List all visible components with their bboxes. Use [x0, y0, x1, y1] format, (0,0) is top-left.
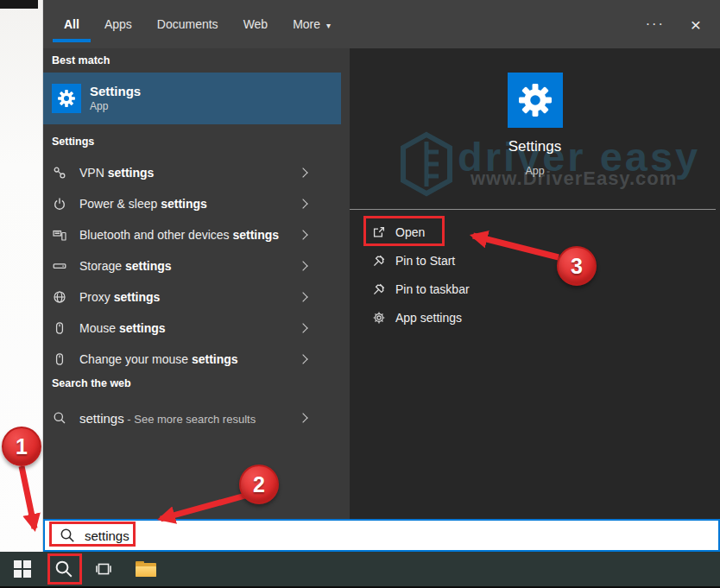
result-web-search[interactable]: settings - See more search results: [43, 402, 341, 433]
chevron-right-icon: [298, 413, 307, 422]
tab-web[interactable]: Web: [243, 17, 268, 31]
chevron-right-icon: [298, 168, 307, 177]
action-pin-to-taskbar[interactable]: Pin to taskbar: [350, 275, 720, 303]
result-label-bold: settings: [114, 290, 161, 304]
best-match-header: Best match: [43, 48, 350, 73]
annotation-step-1: 1: [2, 427, 41, 466]
annotation-box-taskbar-search: [47, 553, 82, 585]
gear-outline-icon: [371, 310, 386, 325]
mouse-icon: [52, 321, 66, 336]
action-pin-taskbar-label: Pin to taskbar: [395, 282, 470, 296]
devices-icon: [52, 228, 66, 243]
preview-app-subtitle: App: [350, 165, 720, 177]
mouse-icon: [52, 352, 66, 367]
tab-more[interactable]: More▾: [293, 17, 331, 31]
tab-apps-label: Apps: [104, 17, 132, 31]
annotation-step-2: 2: [239, 465, 279, 504]
taskbar: [0, 552, 720, 588]
result-storage-settings[interactable]: Storage settings: [43, 250, 341, 281]
globe-icon: [52, 290, 66, 305]
storage-icon: [52, 259, 66, 274]
step-number: 3: [571, 254, 583, 279]
pin-icon: [371, 281, 386, 296]
file-explorer-icon: [136, 561, 156, 577]
chevron-right-icon: [298, 354, 307, 364]
web-search-suffix: - See more search results: [124, 413, 256, 426]
tab-documents-label: Documents: [157, 17, 218, 31]
result-label-bold: settings: [119, 321, 166, 335]
pin-icon: [371, 253, 386, 268]
result-label: Bluetooth and other devices: [79, 228, 232, 242]
result-preview-pane: driver easy www.DriverEasy.com: [350, 48, 720, 519]
step-number: 1: [16, 434, 28, 459]
result-label-bold: settings: [232, 228, 279, 242]
search-icon: [52, 411, 66, 426]
file-explorer-button[interactable]: [129, 552, 162, 586]
annotation-step-3: 3: [557, 246, 597, 286]
chevron-right-icon: [298, 323, 307, 332]
search-results-column: Best match: [43, 48, 350, 519]
result-label-bold: settings: [192, 352, 238, 366]
tab-documents[interactable]: Documents: [157, 17, 218, 31]
background-window-edge: [0, 0, 38, 9]
vpn-icon: [52, 166, 66, 180]
chevron-right-icon: [298, 230, 307, 239]
result-label-bold: settings: [108, 166, 155, 180]
result-bluetooth-devices-settings[interactable]: Bluetooth and other devices settings: [43, 219, 341, 250]
screenshot-root: All Apps Documents Web More▾ ··· × Best …: [0, 0, 720, 588]
annotation-box-open: [363, 216, 445, 246]
chevron-down-icon: ▾: [326, 21, 331, 30]
result-label-bold: settings: [161, 197, 207, 211]
settings-section-header: Settings: [43, 136, 350, 149]
action-pin-start-label: Pin to Start: [395, 254, 455, 268]
best-match-result-settings[interactable]: Settings App: [43, 73, 341, 124]
best-match-title: Settings: [90, 84, 141, 100]
desktop-background-strip: [0, 0, 43, 553]
web-search-query: settings: [79, 411, 124, 426]
result-power-sleep-settings[interactable]: Power & sleep settings: [43, 188, 341, 219]
search-input[interactable]: settings: [43, 519, 720, 552]
start-button[interactable]: [7, 552, 38, 586]
preview-divider: [350, 209, 716, 210]
annotation-box-search-text: [49, 522, 136, 547]
result-label: Proxy: [79, 290, 114, 304]
more-options-icon[interactable]: ···: [646, 16, 665, 32]
chevron-right-icon: [298, 261, 307, 270]
search-flyout-panel: All Apps Documents Web More▾ ··· × Best …: [43, 0, 720, 519]
result-label: Mouse: [79, 321, 119, 335]
action-pin-to-start[interactable]: Pin to Start: [350, 246, 720, 275]
power-icon: [52, 197, 66, 212]
result-change-mouse-settings[interactable]: Change your mouse settings: [43, 344, 341, 375]
tab-more-label: More: [293, 17, 320, 31]
best-match-subtitle: App: [90, 100, 141, 114]
tab-web-label: Web: [243, 17, 268, 31]
chevron-right-icon: [298, 292, 307, 301]
result-vpn-settings[interactable]: VPN settings: [43, 157, 341, 188]
result-label: Power & sleep: [79, 197, 161, 211]
tab-all[interactable]: All: [64, 17, 79, 31]
preview-app-title: Settings: [350, 138, 720, 155]
result-mouse-settings[interactable]: Mouse settings: [43, 313, 341, 344]
windows-start-icon: [14, 560, 31, 578]
result-label: Change your mouse: [79, 352, 192, 366]
result-label: VPN: [79, 166, 108, 180]
result-label-bold: settings: [125, 259, 172, 273]
action-app-settings-label: App settings: [395, 311, 462, 325]
task-view-icon: [95, 560, 112, 578]
step-number: 2: [253, 472, 265, 497]
result-label: Storage: [79, 259, 125, 273]
tab-all-label: All: [64, 17, 79, 31]
chevron-right-icon: [298, 199, 307, 208]
result-proxy-settings[interactable]: Proxy settings: [43, 281, 341, 313]
task-view-button[interactable]: [88, 552, 119, 586]
settings-gear-icon: [508, 73, 563, 128]
search-filter-tabbar: All Apps Documents Web More▾ ··· ×: [43, 0, 720, 48]
close-icon[interactable]: ×: [691, 16, 701, 34]
action-app-settings[interactable]: App settings: [350, 303, 720, 332]
settings-gear-icon: [52, 84, 81, 113]
tab-apps[interactable]: Apps: [104, 17, 132, 31]
search-web-header: Search the web: [43, 377, 350, 391]
